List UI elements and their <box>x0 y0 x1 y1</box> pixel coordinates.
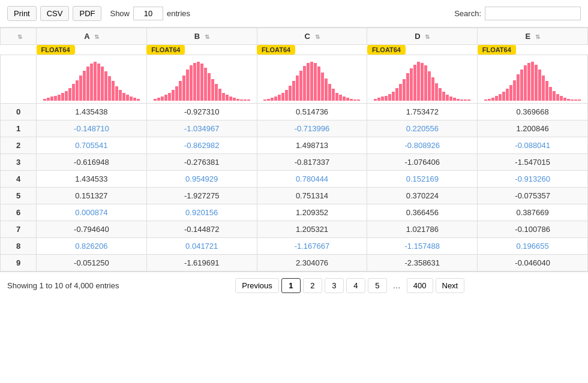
histogram-bar <box>314 63 317 101</box>
col-C-label: C <box>304 32 310 41</box>
cell-index: 1 <box>1 120 37 137</box>
histogram-bar <box>453 98 456 101</box>
histogram-bar <box>560 96 563 101</box>
cell-index: 9 <box>1 255 37 272</box>
histogram-D <box>368 58 476 101</box>
table-row: 9-0.051250-1.6196912.304076-2.358631-0.0… <box>1 255 588 272</box>
col-D-label: D <box>415 32 420 41</box>
col-index-header[interactable]: ⇅ <box>1 28 37 45</box>
histogram-bar <box>578 99 581 101</box>
histogram-bar <box>186 70 189 101</box>
histogram-bar <box>495 96 498 101</box>
dtype-badge-C: FLOAT64 <box>257 45 295 55</box>
cell-E: -0.046040 <box>478 255 588 272</box>
pdf-button[interactable]: PDF <box>73 6 101 21</box>
prev-button[interactable]: Previous <box>235 278 279 293</box>
histogram-bar <box>247 99 250 101</box>
histogram-bar <box>421 63 424 101</box>
histogram-bar <box>343 96 346 101</box>
dtype-B: FLOAT64 <box>146 45 257 55</box>
sort-arrows-A: ⇅ <box>94 34 99 40</box>
histogram-bar <box>240 99 243 101</box>
histogram-bar <box>567 99 570 101</box>
col-C-header[interactable]: C ⇅ <box>257 28 367 45</box>
histogram-bar <box>325 79 328 101</box>
histogram-bar <box>553 91 556 101</box>
page-5-button[interactable]: 5 <box>368 278 387 293</box>
cell-index: 8 <box>1 238 37 255</box>
histogram-bar <box>161 96 164 101</box>
histogram-bar <box>182 76 185 101</box>
entries-input[interactable] <box>133 7 163 20</box>
cell-E: 0.369668 <box>478 104 588 120</box>
cell-E: 0.387669 <box>478 204 588 221</box>
cell-A: 0.826206 <box>37 238 147 255</box>
table-row: 3-0.616948-0.276381-0.817337-1.076406-1.… <box>1 154 588 171</box>
csv-button[interactable]: CSV <box>40 6 70 21</box>
dtype-badge-E: FLOAT64 <box>478 45 516 55</box>
histogram-bar <box>211 79 214 101</box>
dtype-D: FLOAT64 <box>367 45 478 55</box>
table-row: 50.151327-1.9272750.7513140.370224-0.075… <box>1 188 588 204</box>
cell-C: -0.817337 <box>257 154 367 171</box>
table-row: 20.705541-0.8629821.498713-0.808926-0.08… <box>1 137 588 154</box>
cell-B: -0.144872 <box>146 221 257 238</box>
pagination: Previous 1 2 3 4 5 … 400 Next <box>235 278 464 293</box>
histogram-bar <box>164 95 167 101</box>
table-row: 41.4345330.9549290.7804440.152169-0.9132… <box>1 171 588 188</box>
page-2-button[interactable]: 2 <box>303 278 322 293</box>
histogram-bar <box>435 83 438 101</box>
cell-A: 1.435438 <box>37 104 147 120</box>
cell-A: 0.000874 <box>37 204 147 221</box>
next-button[interactable]: Next <box>436 278 465 293</box>
histogram-bar <box>90 64 93 101</box>
footer: Showing 1 to 10 of 4,000 entries Previou… <box>0 272 588 299</box>
cell-D: 0.152169 <box>367 171 478 188</box>
cell-C: 0.514736 <box>257 104 367 120</box>
header-row: ⇅ A ⇅ B ⇅ C ⇅ D ⇅ E ⇅ <box>1 28 588 45</box>
histogram-bar <box>226 95 229 101</box>
histogram-bar <box>457 99 460 101</box>
histogram-bar <box>538 70 541 101</box>
histogram-bar <box>104 71 107 101</box>
col-B-header[interactable]: B ⇅ <box>146 28 257 45</box>
histogram-bar <box>545 81 548 101</box>
dtype-row: FLOAT64 FLOAT64 FLOAT64 FLOAT64 FLOAT64 <box>1 45 588 55</box>
hist-B <box>146 55 257 104</box>
col-D-header[interactable]: D ⇅ <box>367 28 478 45</box>
search-input[interactable] <box>485 7 581 20</box>
dtype-badge-A: FLOAT64 <box>37 45 75 55</box>
histogram-bar <box>274 96 277 101</box>
histogram-bar <box>65 91 68 101</box>
cell-index: 5 <box>1 188 37 204</box>
col-E-header[interactable]: E ⇅ <box>478 28 588 45</box>
page-3-button[interactable]: 3 <box>325 278 344 293</box>
col-A-header[interactable]: A ⇅ <box>37 28 147 45</box>
cell-C: -1.167667 <box>257 238 367 255</box>
histogram-bar <box>442 92 445 101</box>
dtype-badge-D: FLOAT64 <box>367 45 406 55</box>
cell-B: -1.619691 <box>146 255 257 272</box>
page-4-button[interactable]: 4 <box>346 278 365 293</box>
histogram-bar <box>54 96 57 101</box>
cell-B: -0.276381 <box>146 154 257 171</box>
histogram-bar <box>549 87 552 101</box>
page-1-button[interactable]: 1 <box>281 278 301 293</box>
histogram-bar <box>307 63 310 101</box>
data-table: ⇅ A ⇅ B ⇅ C ⇅ D ⇅ E ⇅ <box>0 28 588 272</box>
print-button[interactable]: Print <box>7 6 37 21</box>
histogram-bar <box>168 93 171 101</box>
cell-E: 1.200846 <box>478 120 588 137</box>
cell-A: 0.151327 <box>37 188 147 204</box>
dtype-C: FLOAT64 <box>257 45 367 55</box>
cell-D: -0.808926 <box>367 137 478 154</box>
histogram-bar <box>83 71 86 101</box>
histogram-bar <box>563 98 566 101</box>
histogram-bar <box>310 62 313 101</box>
hist-index <box>1 55 37 104</box>
histogram-bar <box>381 96 384 101</box>
histogram-bar <box>299 71 302 101</box>
histogram-bar <box>399 84 402 101</box>
cell-E: -0.088041 <box>478 137 588 154</box>
page-400-button[interactable]: 400 <box>407 278 433 293</box>
